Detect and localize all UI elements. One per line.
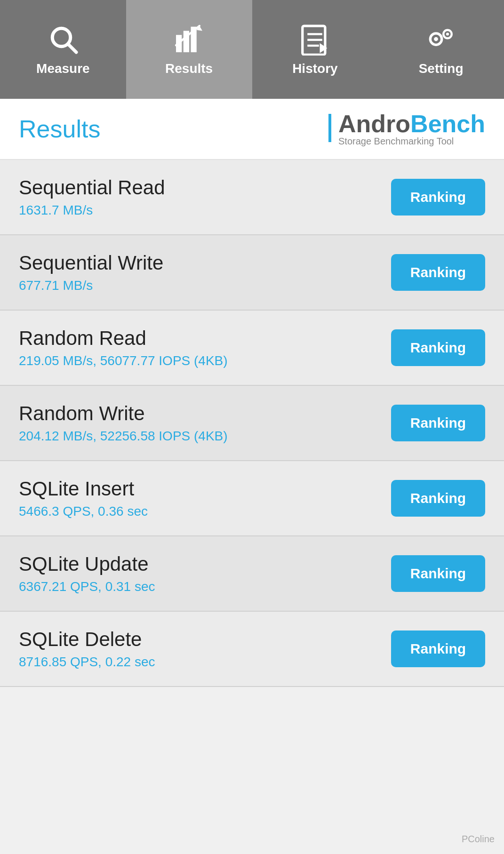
- nav-item-results[interactable]: Results: [126, 0, 252, 99]
- ranking-button-sequential-read[interactable]: Ranking: [391, 179, 485, 215]
- result-value-random-write: 204.12 MB/s, 52256.58 IOPS (4KB): [19, 429, 228, 444]
- nav-measure-label: Measure: [36, 61, 90, 76]
- history-icon: [298, 23, 331, 56]
- nav-item-measure[interactable]: Measure: [0, 0, 126, 99]
- result-value-sqlite-update: 6367.21 QPS, 0.31 sec: [19, 579, 155, 594]
- result-info-random-read: Random Read219.05 MB/s, 56077.77 IOPS (4…: [19, 327, 228, 368]
- result-value-sqlite-delete: 8716.85 QPS, 0.22 sec: [19, 654, 155, 670]
- results-header: Results AndroBench Storage Benchmarking …: [0, 99, 504, 160]
- result-name-sqlite-update: SQLite Update: [19, 553, 155, 575]
- ranking-button-sqlite-insert[interactable]: Ranking: [391, 480, 485, 517]
- svg-line-1: [68, 44, 76, 53]
- watermark: PColine: [462, 834, 495, 845]
- ranking-button-sqlite-update[interactable]: Ranking: [391, 555, 485, 592]
- ranking-button-sequential-write[interactable]: Ranking: [391, 254, 485, 291]
- nav-history-label: History: [292, 61, 337, 76]
- result-row-random-read: Random Read219.05 MB/s, 56077.77 IOPS (4…: [0, 311, 504, 386]
- result-name-random-read: Random Read: [19, 327, 228, 350]
- measure-icon: [47, 23, 80, 56]
- result-row-sqlite-delete: SQLite Delete8716.85 QPS, 0.22 secRankin…: [0, 612, 504, 687]
- result-name-sqlite-delete: SQLite Delete: [19, 628, 155, 651]
- result-name-random-write: Random Write: [19, 402, 228, 425]
- nav-setting-label: Setting: [419, 61, 464, 76]
- nav-item-setting[interactable]: Setting: [378, 0, 504, 99]
- navigation-bar: Measure Results History Setting: [0, 0, 504, 99]
- result-name-sequential-write: Sequential Write: [19, 252, 163, 274]
- results-icon: [173, 23, 206, 56]
- result-value-sqlite-insert: 5466.3 QPS, 0.36 sec: [19, 504, 148, 519]
- svg-point-12: [434, 37, 438, 41]
- brand-name: AndroBench: [338, 112, 485, 136]
- result-row-sequential-write: Sequential Write677.71 MB/sRanking: [0, 235, 504, 311]
- result-info-sequential-write: Sequential Write677.71 MB/s: [19, 252, 163, 293]
- result-info-random-write: Random Write204.12 MB/s, 52256.58 IOPS (…: [19, 402, 228, 444]
- nav-item-history[interactable]: History: [252, 0, 378, 99]
- result-name-sqlite-insert: SQLite Insert: [19, 478, 148, 500]
- result-value-sequential-read: 1631.7 MB/s: [19, 203, 165, 218]
- result-row-sqlite-insert: SQLite Insert5466.3 QPS, 0.36 secRanking: [0, 461, 504, 536]
- result-info-sqlite-update: SQLite Update6367.21 QPS, 0.31 sec: [19, 553, 155, 594]
- brand-tagline: Storage Benchmarking Tool: [338, 136, 485, 147]
- result-row-random-write: Random Write204.12 MB/s, 52256.58 IOPS (…: [0, 386, 504, 461]
- result-value-sequential-write: 677.71 MB/s: [19, 278, 163, 293]
- brand-logo: AndroBench Storage Benchmarking Tool: [328, 112, 485, 147]
- page-title: Results: [19, 115, 100, 143]
- result-row-sequential-read: Sequential Read1631.7 MB/sRanking: [0, 160, 504, 235]
- result-value-random-read: 219.05 MB/s, 56077.77 IOPS (4KB): [19, 353, 228, 368]
- svg-point-14: [446, 32, 449, 35]
- result-info-sqlite-insert: SQLite Insert5466.3 QPS, 0.36 sec: [19, 478, 148, 519]
- nav-results-label: Results: [165, 61, 213, 76]
- ranking-button-sqlite-delete[interactable]: Ranking: [391, 631, 485, 667]
- result-info-sqlite-delete: SQLite Delete8716.85 QPS, 0.22 sec: [19, 628, 155, 670]
- setting-icon: [424, 23, 457, 56]
- brand-bar: [328, 114, 331, 142]
- ranking-button-random-read[interactable]: Ranking: [391, 329, 485, 366]
- result-info-sequential-read: Sequential Read1631.7 MB/s: [19, 176, 165, 218]
- ranking-button-random-write[interactable]: Ranking: [391, 405, 485, 441]
- result-name-sequential-read: Sequential Read: [19, 176, 165, 199]
- results-list: Sequential Read1631.7 MB/sRankingSequent…: [0, 160, 504, 687]
- result-row-sqlite-update: SQLite Update6367.21 QPS, 0.31 secRankin…: [0, 536, 504, 612]
